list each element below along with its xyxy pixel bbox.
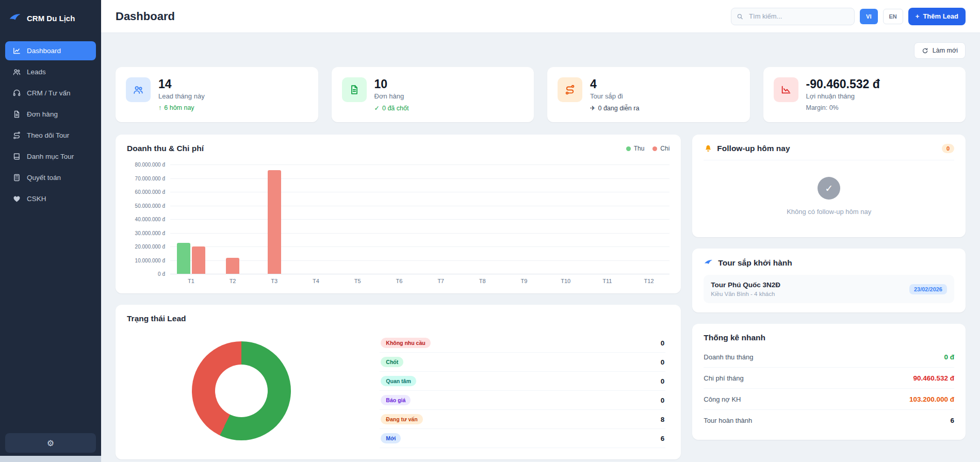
followup-body: ✓ Không có follow-up hôm nay xyxy=(704,160,954,228)
stat-value: -90.460.532 đ xyxy=(806,77,880,91)
followup-card: Follow-up hôm nay 0 ✓ Không có follow-up… xyxy=(692,135,966,237)
lang-vi-button[interactable]: VI xyxy=(860,9,877,24)
quick-stat-row: Chi phí tháng 90.460.532 đ xyxy=(704,368,954,389)
x-tick-label: T7 xyxy=(420,278,462,284)
quick-stat-value: 0 đ xyxy=(944,353,954,361)
bar-Chi xyxy=(192,246,205,274)
stat-value: 14 xyxy=(158,77,205,91)
chart-body: 80.000.000 đ70.000.000 đ60.000.000 đ50.0… xyxy=(127,164,669,274)
book-icon xyxy=(12,152,21,161)
status-row: Không nhu cầu 0 xyxy=(380,334,665,353)
heart-icon xyxy=(12,194,21,203)
y-tick-label: 0 đ xyxy=(158,271,165,277)
search-box xyxy=(731,8,855,25)
tour-name: Tour Phú Quốc 3N2Đ xyxy=(711,281,780,289)
stat-value: 4 xyxy=(590,77,639,91)
sidebar-item-dashboard[interactable]: Dashboard xyxy=(5,41,96,60)
status-value: 0 xyxy=(661,377,665,385)
status-value: 8 xyxy=(661,416,665,423)
y-tick-label: 80.000.000 đ xyxy=(135,162,165,168)
status-badge: Báo giá xyxy=(381,395,411,405)
sidebar-item-settlement[interactable]: Quyết toán xyxy=(5,168,96,187)
revenue-chart-card: Doanh thu & Chi phí ThuChi 80.000.000 đ7… xyxy=(116,135,681,293)
sidebar-item-label: CRM / Tư vấn xyxy=(27,89,71,97)
sidebar-item-tour-catalog[interactable]: Danh mục Tour xyxy=(5,147,96,166)
sidebar-item-label: CSKH xyxy=(27,195,46,203)
stat-card-leads: 14 Lead tháng này ↑6 hôm nay xyxy=(116,67,318,122)
chart-line-icon xyxy=(12,46,21,55)
quick-stat-row: Công nợ KH 103.200.000 đ xyxy=(704,389,954,410)
lang-en-button[interactable]: EN xyxy=(883,9,903,24)
legend-dot-icon xyxy=(626,146,631,151)
sidebar-item-label: Dashboard xyxy=(27,47,61,55)
top-header: Dashboard VI EN + Thêm Lead xyxy=(101,0,980,33)
gridline xyxy=(170,274,669,274)
sidebar-item-orders[interactable]: Đơn hàng xyxy=(5,105,96,124)
route-icon xyxy=(12,131,21,140)
sidebar-item-cskh[interactable]: CSKH xyxy=(5,189,96,208)
main-area: Dashboard VI EN + Thêm Lead Làm mới xyxy=(101,0,980,462)
status-value: 0 xyxy=(661,358,665,366)
sidebar-item-leads[interactable]: Leads xyxy=(5,62,96,81)
search-icon xyxy=(736,12,744,20)
bar-group xyxy=(212,164,254,274)
chart-title: Doanh thu & Chi phí xyxy=(127,144,204,153)
sidebar-item-crm[interactable]: CRM / Tư vấn xyxy=(5,84,96,103)
x-tick-label: T9 xyxy=(503,278,545,284)
legend-dot-icon xyxy=(652,146,657,151)
sidebar-footer: ⚙ xyxy=(0,428,101,456)
upcoming-tours-title: Tour sắp khởi hành xyxy=(718,258,792,268)
stat-sub: ↑6 hôm nay xyxy=(158,104,205,111)
quick-stat-label: Tour hoàn thành xyxy=(704,417,752,424)
legend-item[interactable]: Chi xyxy=(652,145,669,152)
file-icon xyxy=(12,110,21,119)
followup-empty-text: Không có follow-up hôm nay xyxy=(787,208,871,216)
dashboard-content: Làm mới 14 Lead tháng này ↑6 hôm nay 10 xyxy=(101,33,980,462)
upcoming-tours-card: Tour sắp khởi hành Tour Phú Quốc 3N2Đ Ki… xyxy=(692,249,966,312)
headset-icon xyxy=(12,89,21,97)
status-row: Báo giá 0 xyxy=(380,391,665,410)
search-input[interactable] xyxy=(731,8,855,25)
plus-icon: + xyxy=(916,12,920,20)
y-tick-label: 60.000.000 đ xyxy=(135,189,165,195)
add-lead-button[interactable]: + Thêm Lead xyxy=(908,8,966,25)
lead-status-body: Không nhu cầu 0 Chốt 0 Quan tâm 0 xyxy=(127,327,669,450)
dashboard-grid: Doanh thu & Chi phí ThuChi 80.000.000 đ7… xyxy=(116,135,966,459)
bell-icon xyxy=(704,144,713,153)
page-title: Dashboard xyxy=(116,10,175,23)
tour-list-item[interactable]: Tour Phú Quốc 3N2Đ Kiều Văn Bình - 4 khá… xyxy=(704,275,954,303)
status-row: Mới 6 xyxy=(380,429,665,448)
sidebar-item-label: Danh mục Tour xyxy=(27,153,74,160)
bar-Chi xyxy=(268,170,281,274)
x-tick-label: T10 xyxy=(545,278,586,284)
legend-label: Chi xyxy=(660,145,669,152)
x-tick-label: T8 xyxy=(462,278,503,284)
followup-head: Follow-up hôm nay 0 xyxy=(704,144,954,160)
legend-item[interactable]: Thu xyxy=(626,145,645,152)
bar-group xyxy=(379,164,420,274)
bar-group xyxy=(586,164,628,274)
chart-line-icon xyxy=(774,77,798,102)
status-badge: Không nhu cầu xyxy=(381,338,430,348)
add-lead-label: Thêm Lead xyxy=(923,12,958,20)
settings-button[interactable]: ⚙ xyxy=(5,433,96,453)
refresh-label: Làm mới xyxy=(933,47,958,54)
refresh-button[interactable]: Làm mới xyxy=(914,42,966,59)
quick-stat-label: Doanh thu tháng xyxy=(704,353,753,361)
x-tick-label: T4 xyxy=(295,278,337,284)
bar-group xyxy=(253,164,295,274)
sidebar-item-tour-tracking[interactable]: Theo dõi Tour xyxy=(5,126,96,145)
status-row: Đang tư vấn 8 xyxy=(380,410,665,429)
swoosh-icon xyxy=(704,258,713,268)
donut-hole xyxy=(215,365,268,417)
donut-chart xyxy=(192,341,291,440)
tour-date-badge: 23/02/2026 xyxy=(909,284,947,294)
quick-stat-label: Chi phí tháng xyxy=(704,374,743,382)
x-tick-label: T1 xyxy=(170,278,212,284)
check-circle-icon: ✓ xyxy=(818,177,840,200)
brand: CRM Du Lịch xyxy=(0,0,101,34)
plane-icon: ✈ xyxy=(590,104,595,112)
lead-status-list: Không nhu cầu 0 Chốt 0 Quan tâm 0 xyxy=(380,334,668,448)
bar-Thu xyxy=(177,243,190,274)
sidebar-item-label: Quyết toán xyxy=(27,174,61,182)
